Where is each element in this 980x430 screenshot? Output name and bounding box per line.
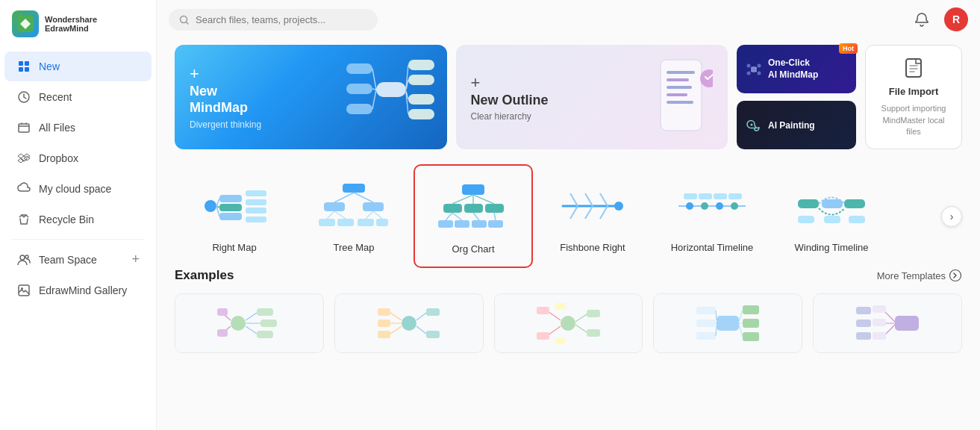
template-org-chart[interactable]: Org Chart [413, 164, 533, 268]
svg-rect-141 [717, 316, 739, 331]
user-avatar[interactable]: R [944, 7, 968, 31]
sidebar-item-gallery[interactable]: EdrawMind Gallery [4, 275, 152, 305]
mindmap-decoration [343, 52, 440, 127]
svg-point-35 [747, 63, 751, 67]
svg-line-68 [373, 211, 382, 219]
svg-line-83 [494, 213, 496, 220]
notification-bell[interactable] [910, 7, 934, 31]
search-bar[interactable] [169, 9, 378, 31]
svg-rect-118 [217, 329, 228, 337]
nav-label-recent: Recent [39, 91, 140, 103]
brand-name1: Wondershare [45, 15, 97, 24]
svg-line-145 [739, 310, 743, 322]
svg-line-66 [334, 211, 346, 219]
search-icon [179, 15, 190, 25]
svg-rect-155 [856, 307, 871, 314]
svg-line-79 [473, 195, 494, 204]
svg-rect-139 [555, 303, 566, 309]
mindmap-card-text: + NewMindMap Divergent thinking [190, 64, 261, 129]
template-fishbone-right[interactable]: Fishbone Right [533, 164, 652, 268]
examples-grid [175, 293, 962, 353]
template-winding-timeline[interactable]: Winding Timeline [772, 164, 891, 268]
svg-line-124 [390, 313, 402, 320]
template-label-winding-timeline: Winding Timeline [795, 242, 869, 253]
example-preview-3 [534, 299, 602, 348]
template-items: Right Map [175, 164, 937, 268]
svg-rect-44 [906, 59, 921, 77]
example-preview-5 [854, 299, 921, 348]
sidebar-item-recycle[interactable]: Recycle Bin [4, 205, 152, 234]
hot-badge: Hot [839, 43, 858, 54]
example-card-1[interactable] [175, 293, 324, 353]
sidebar-item-dropbox[interactable]: Dropbox [4, 143, 152, 173]
svg-point-130 [561, 316, 575, 331]
svg-rect-32 [667, 101, 693, 104]
sidebar-nav: New Recent All Files Dropbox My cloud sp [0, 48, 156, 430]
svg-line-87 [585, 193, 593, 206]
new-outline-card[interactable]: + New Outline Clear hierarchy [456, 45, 728, 149]
svg-rect-2 [25, 61, 29, 66]
cloud-icon [16, 181, 31, 196]
svg-rect-99 [714, 193, 727, 199]
svg-rect-4 [25, 67, 29, 72]
svg-point-8 [25, 255, 28, 258]
svg-rect-150 [696, 332, 716, 340]
svg-rect-144 [743, 332, 759, 341]
svg-rect-133 [587, 310, 600, 317]
template-horizontal-timeline[interactable]: Horizontal Timeline [652, 164, 772, 268]
svg-point-108 [231, 316, 246, 331]
svg-rect-127 [378, 308, 390, 316]
ai-mindmap-card[interactable]: Hot One-ClickAI MindMap [737, 45, 856, 93]
ai-painting-card[interactable]: AI Painting [737, 101, 856, 149]
svg-point-93 [686, 202, 693, 210]
ai-painting-label: AI Painting [768, 120, 815, 131]
template-tree-map[interactable]: Tree Map [294, 164, 413, 268]
dropbox-icon [16, 151, 31, 166]
search-input[interactable] [196, 14, 345, 25]
svg-rect-128 [378, 320, 390, 327]
outline-decoration [646, 56, 713, 138]
nav-label-dropbox: Dropbox [39, 152, 140, 164]
sidebar-item-recent[interactable]: Recent [4, 82, 152, 112]
sidebar-divider [12, 239, 144, 240]
svg-point-36 [758, 63, 761, 67]
svg-line-17 [372, 89, 376, 90]
svg-rect-138 [537, 332, 549, 340]
svg-rect-129 [378, 331, 390, 338]
scroll-right-button[interactable]: › [941, 206, 962, 227]
svg-rect-98 [699, 193, 712, 199]
svg-rect-70 [443, 204, 462, 213]
svg-line-109 [246, 313, 257, 320]
example-preview-4 [694, 299, 761, 348]
team-space-add-btn[interactable]: + [131, 252, 140, 267]
file-import-card[interactable]: File Import Support importing MindMaster… [865, 45, 962, 149]
svg-point-45 [205, 200, 216, 212]
sidebar-item-new[interactable]: New [4, 52, 152, 81]
sidebar-item-all-files[interactable]: All Files [4, 113, 152, 143]
svg-rect-156 [856, 320, 871, 327]
gallery-icon [16, 283, 31, 298]
more-templates-link[interactable]: More Templates [877, 269, 962, 282]
svg-line-121 [416, 326, 426, 334]
all-files-icon [16, 120, 31, 135]
sidebar-item-my-cloud[interactable]: My cloud space [4, 174, 152, 204]
example-card-4[interactable] [653, 293, 802, 353]
sidebar-item-team-space[interactable]: Team Space + [4, 244, 152, 275]
svg-rect-57 [324, 202, 345, 211]
example-card-2[interactable] [334, 293, 484, 353]
more-templates-icon [949, 269, 962, 282]
svg-rect-122 [426, 308, 440, 316]
svg-rect-71 [464, 204, 483, 213]
example-inner-1 [175, 294, 323, 352]
svg-line-120 [416, 313, 426, 320]
svg-rect-123 [426, 331, 440, 338]
svg-rect-114 [257, 331, 273, 338]
svg-rect-113 [260, 320, 277, 327]
example-card-3[interactable] [494, 293, 643, 353]
example-preview-2 [375, 299, 443, 348]
new-mindmap-card[interactable]: + NewMindMap Divergent thinking [175, 45, 447, 149]
svg-point-43 [751, 123, 753, 125]
svg-rect-148 [696, 307, 716, 314]
template-right-map[interactable]: Right Map [175, 164, 294, 268]
example-card-5[interactable] [813, 293, 962, 353]
